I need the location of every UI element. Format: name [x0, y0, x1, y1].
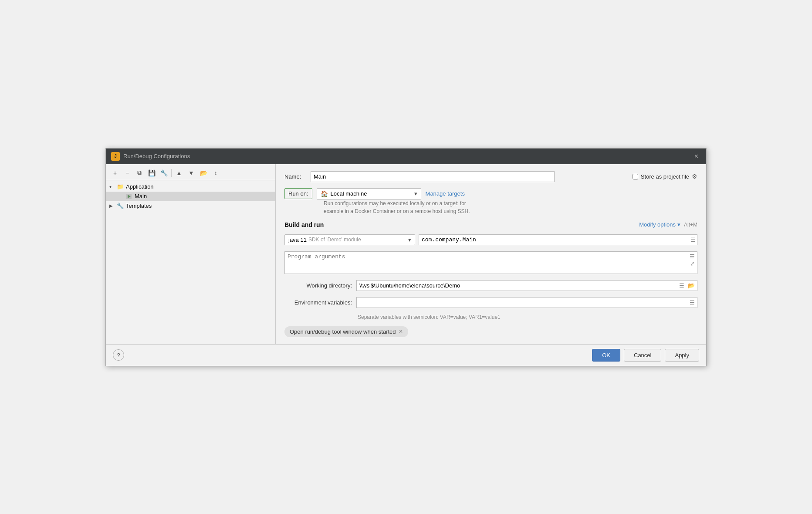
right-panel: Name: Store as project file ⚙ Run on: 🏠 …: [276, 164, 706, 344]
home-icon: 🏠: [321, 190, 328, 197]
application-folder-icon: 📁: [116, 183, 124, 190]
store-project-label: Store as project file: [641, 173, 689, 180]
templates-label: Templates: [126, 203, 152, 209]
program-args-input[interactable]: [284, 251, 697, 274]
main-config-icon: [125, 193, 133, 200]
working-dir-label: Working directory:: [284, 282, 352, 289]
main-class-input[interactable]: [419, 234, 697, 245]
run-on-dropdown-arrow: ▾: [414, 190, 417, 197]
title-bar: J Run/Debug Configurations ×: [106, 149, 706, 164]
app-icon: J: [111, 152, 120, 161]
title-bar-left: J Run/Debug Configurations: [111, 152, 190, 161]
config-tree: ▾ 📁 Application Main ▶ �: [106, 180, 275, 213]
application-toggle: ▾: [109, 184, 116, 189]
move-down-button[interactable]: ▼: [186, 168, 197, 178]
templates-toggle: ▶: [109, 203, 116, 208]
settings-button[interactable]: 🔧: [158, 168, 169, 178]
prog-args-expand-button[interactable]: ⤢: [689, 260, 696, 267]
working-dir-browse-button[interactable]: 📂: [687, 282, 696, 289]
chip-label: Open run/debug tool window when started: [290, 328, 396, 335]
close-button[interactable]: ×: [692, 152, 701, 161]
env-vars-label: Environment variables:: [284, 299, 352, 306]
move-up-button[interactable]: ▲: [173, 168, 185, 178]
env-vars-input[interactable]: [356, 297, 697, 308]
help-button[interactable]: ?: [113, 349, 124, 361]
working-dir-row: Working directory: ☰ 📂: [284, 280, 697, 291]
run-debug-dialog: J Run/Debug Configurations × + − ⧉ 💾: [105, 148, 707, 366]
left-panel: + − ⧉ 💾 🔧 ▲ ▼: [106, 164, 276, 344]
footer-left: ?: [113, 349, 124, 361]
name-label: Name:: [284, 173, 306, 180]
toolbar-separator: [171, 169, 172, 177]
java-dropdown-arrow: ▾: [408, 237, 411, 243]
name-row: Name:: [284, 171, 555, 182]
open-tool-window-chip: Open run/debug tool window when started …: [284, 326, 408, 337]
name-input[interactable]: [311, 171, 555, 182]
apply-button[interactable]: Apply: [665, 349, 699, 362]
section-title-build-run: Build and run Modify options ▾ Alt+M: [284, 221, 697, 228]
templates-icon: 🔧: [116, 203, 124, 210]
cancel-button[interactable]: Cancel: [624, 349, 661, 362]
save-config-button[interactable]: 💾: [146, 168, 157, 178]
toolbar: + − ⧉ 💾 🔧 ▲ ▼: [106, 166, 275, 180]
sort-button[interactable]: ↕: [210, 168, 221, 178]
build-run-label: Build and run: [284, 221, 324, 228]
store-project-gear-button[interactable]: ⚙: [692, 173, 697, 180]
working-dir-macro-button[interactable]: ☰: [678, 282, 685, 289]
java-version-dropdown[interactable]: java 11 SDK of 'Demo' module ▾: [284, 234, 415, 245]
java-version-label: java 11: [288, 237, 307, 243]
build-row: java 11 SDK of 'Demo' module ▾ ☰: [284, 234, 697, 245]
run-on-dropdown[interactable]: 🏠 Local machine ▾: [317, 188, 421, 200]
env-vars-icons: ☰: [689, 299, 696, 306]
folder-button[interactable]: 📂: [198, 168, 209, 178]
env-vars-row: Environment variables: ☰: [284, 297, 697, 308]
sdk-hint: SDK of 'Demo' module: [308, 237, 361, 243]
program-args-wrap: ☰ ⤢: [284, 251, 697, 274]
working-dir-input-wrap: ☰ 📂: [356, 280, 697, 291]
tree-item-templates[interactable]: ▶ 🔧 Templates: [106, 201, 275, 211]
add-config-button[interactable]: +: [109, 168, 121, 178]
remove-config-button[interactable]: −: [122, 168, 133, 178]
store-project-checkbox[interactable]: [633, 174, 638, 179]
ok-button[interactable]: OK: [592, 349, 620, 362]
local-machine-text: Local machine: [331, 190, 367, 197]
env-vars-macro-button[interactable]: ☰: [689, 299, 696, 306]
working-dir-input[interactable]: [356, 280, 697, 291]
env-vars-input-wrap: ☰: [356, 297, 697, 308]
dialog-title: Run/Debug Configurations: [123, 153, 190, 159]
run-on-label: Run on:: [284, 188, 312, 199]
main-class-input-wrap: ☰: [419, 234, 697, 245]
header-row: Name: Store as project file ⚙: [284, 171, 697, 182]
chip-close-button[interactable]: ✕: [399, 328, 403, 335]
footer-right: OK Cancel Apply: [592, 349, 699, 362]
env-vars-hint: Separate variables with semicolon: VAR=v…: [358, 314, 697, 320]
main-class-browse-button[interactable]: ☰: [690, 237, 696, 243]
copy-config-button[interactable]: ⧉: [134, 168, 145, 178]
prog-args-icons: ☰ ⤢: [689, 253, 696, 267]
main-body: + − ⧉ 💾 🔧 ▲ ▼: [106, 164, 706, 344]
prog-args-macro-button[interactable]: ☰: [689, 253, 696, 260]
alt-label: Alt+M: [684, 222, 697, 228]
modify-options-link[interactable]: Modify options ▾ Alt+M: [639, 221, 697, 228]
manage-targets-link[interactable]: Manage targets: [426, 190, 465, 197]
tree-item-application[interactable]: ▾ 📁 Application: [106, 182, 275, 192]
run-on-row: Run on: 🏠 Local machine ▾ Manage targets: [284, 188, 697, 200]
working-dir-icons: ☰ 📂: [678, 282, 696, 289]
tree-item-main[interactable]: Main: [106, 192, 275, 201]
dialog-footer: ? OK Cancel Apply: [106, 344, 706, 366]
store-project-row: Store as project file ⚙: [633, 173, 697, 180]
run-on-hint: Run configurations may be executed local…: [324, 200, 697, 215]
main-label: Main: [135, 193, 147, 200]
chips-row: Open run/debug tool window when started …: [284, 326, 697, 337]
run-on-section: Run on: 🏠 Local machine ▾ Manage targets…: [284, 188, 697, 215]
application-label: Application: [126, 183, 154, 190]
build-run-section: Build and run Modify options ▾ Alt+M: [284, 221, 697, 228]
